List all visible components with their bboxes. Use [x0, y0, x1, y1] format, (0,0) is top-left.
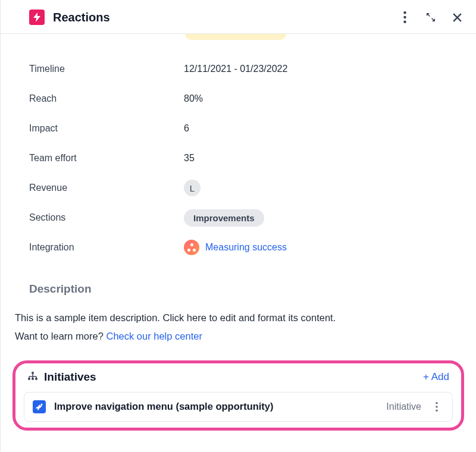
panel-title: Reactions — [53, 11, 397, 24]
field-value: Measuring success — [184, 240, 287, 255]
field-label: Revenue — [29, 183, 184, 193]
field-value[interactable]: 6 — [184, 123, 189, 134]
initiatives-heading: Initiatives — [44, 371, 423, 384]
initiative-title: Improve navigation menu (sample opportun… — [54, 401, 378, 412]
svg-point-16 — [436, 409, 438, 412]
revenue-badge: L — [184, 180, 201, 196]
svg-point-5 — [32, 372, 34, 374]
svg-point-0 — [403, 11, 406, 14]
close-icon[interactable] — [450, 10, 464, 24]
svg-point-12 — [32, 378, 34, 380]
field-impact: Impact 6 — [29, 114, 447, 143]
field-value[interactable]: Improvements — [184, 209, 264, 227]
description-body[interactable]: This is a sample item description. Click… — [1, 296, 476, 346]
field-value[interactable]: 80% — [184, 93, 203, 104]
field-timeline: Timeline 12/11/2021 - 01/23/2022 — [29, 54, 447, 84]
field-revenue: Revenue L — [29, 173, 447, 203]
field-reach: Reach 80% — [29, 84, 447, 114]
section-tag: Improvements — [184, 209, 264, 227]
field-label: Team effort — [29, 153, 184, 164]
integration-link[interactable]: Measuring success — [205, 242, 287, 253]
help-prefix: Want to learn more? — [15, 331, 106, 341]
hierarchy-icon — [27, 371, 38, 383]
asana-icon — [184, 240, 199, 255]
svg-point-13 — [35, 378, 37, 380]
field-team-effort: Team effort 35 — [29, 143, 447, 173]
fields-list: Timeline 12/11/2021 - 01/23/2022 Reach 8… — [1, 43, 476, 262]
field-label: Reach — [29, 93, 184, 104]
initiative-type: Initiative — [386, 401, 421, 412]
field-value[interactable]: 35 — [184, 153, 195, 164]
svg-point-2 — [403, 21, 406, 23]
field-label: Impact — [29, 123, 184, 134]
svg-point-11 — [28, 378, 30, 380]
field-label: Integration — [29, 242, 184, 253]
svg-point-15 — [436, 406, 438, 408]
lightning-icon — [29, 10, 45, 25]
add-initiative-button[interactable]: + Add — [423, 371, 449, 383]
field-label: Sections — [29, 212, 184, 223]
more-menu-icon[interactable] — [397, 10, 412, 24]
description-text: This is a sample item description. Click… — [15, 312, 336, 323]
initiative-row[interactable]: Improve navigation menu (sample opportun… — [24, 392, 453, 422]
field-label: Timeline — [29, 64, 184, 74]
svg-point-14 — [436, 402, 438, 404]
header-actions — [397, 10, 464, 24]
initiative-more-icon[interactable] — [430, 400, 444, 414]
panel-content: Timeline 12/11/2021 - 01/23/2022 Reach 8… — [1, 34, 476, 452]
field-value[interactable]: 12/11/2021 - 01/23/2022 — [184, 64, 287, 74]
initiatives-section-highlight: Initiatives + Add Improve navigation men… — [12, 360, 464, 431]
detail-panel: Reactions Timeline 12/11/2021 - 01/23/20… — [0, 0, 476, 452]
field-value[interactable]: L — [184, 180, 201, 196]
svg-point-1 — [403, 16, 406, 18]
field-integration: Integration Measuring success — [29, 233, 447, 262]
initiatives-header: Initiatives + Add — [24, 371, 453, 392]
description-heading: Description — [1, 262, 476, 296]
field-sections: Sections Improvements — [29, 203, 447, 233]
help-center-link[interactable]: Check our help center — [106, 331, 202, 341]
status-pill-fragment — [185, 34, 286, 40]
rocket-icon — [33, 400, 46, 413]
panel-header: Reactions — [1, 0, 476, 34]
expand-icon[interactable] — [424, 10, 438, 24]
